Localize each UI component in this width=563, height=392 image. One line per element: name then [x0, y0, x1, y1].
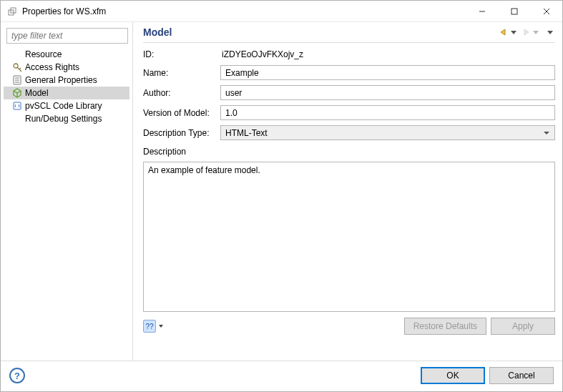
access-rights-icon: [12, 62, 22, 72]
dialog-body: Resource Access Rights General Propertie…: [1, 22, 562, 361]
sidebar-item-run-debug-settings[interactable]: Run/Debug Settings: [4, 112, 129, 125]
chevron-down-icon: [547, 31, 553, 34]
sidebar-item-label: Run/Debug Settings: [25, 114, 102, 124]
apply-button[interactable]: Apply: [491, 318, 555, 335]
sidebar-item-label: Resource: [25, 49, 62, 59]
content-area: Model ID: iZDYEoOJvFKXojv_z Name:: [133, 22, 562, 361]
ok-button[interactable]: OK: [421, 367, 485, 384]
sidebar-item-resource[interactable]: Resource: [4, 48, 129, 61]
window-title: Properties for WS.xfm: [22, 6, 466, 16]
description-type-select[interactable]: HTML-Text: [220, 125, 555, 140]
sidebar-item-label: Access Rights: [25, 62, 79, 72]
id-value: iZDYEoOJvFKXojv_z: [220, 49, 555, 60]
window-corner-icon: [6, 6, 18, 17]
sidebar-item-label: General Properties: [25, 75, 97, 85]
close-button[interactable]: [530, 1, 562, 21]
chevron-down-icon: [159, 325, 163, 328]
description-type-label: Description Type:: [143, 128, 215, 138]
nav-back-button[interactable]: [496, 26, 519, 38]
general-properties-icon: [12, 75, 22, 85]
filter-input[interactable]: [6, 28, 128, 44]
bottom-bar: ? OK Cancel: [1, 361, 562, 391]
properties-dialog: Properties for WS.xfm Resource A: [0, 0, 563, 392]
nav-forward-button[interactable]: [519, 26, 541, 38]
page-title: Model: [143, 26, 496, 38]
name-label: Name:: [143, 68, 215, 78]
svg-rect-3: [511, 9, 517, 14]
help-small-button[interactable]: ??: [143, 320, 156, 333]
chevron-down-icon: [511, 31, 517, 34]
minimize-button[interactable]: [466, 1, 498, 21]
sidebar-item-label: Model: [25, 88, 49, 98]
author-label: Author:: [143, 88, 215, 98]
description-type-value: HTML-Text: [225, 128, 268, 138]
view-menu-button[interactable]: [544, 29, 555, 36]
sidebar-item-model[interactable]: Model: [4, 87, 129, 99]
content-header: Model: [143, 26, 555, 43]
id-label: ID:: [143, 49, 215, 59]
sidebar-item-label: pvSCL Code Library: [25, 101, 102, 111]
description-label: Description: [143, 147, 215, 157]
maximize-button[interactable]: [498, 1, 530, 21]
name-input[interactable]: [220, 65, 555, 80]
version-label: Version of Model:: [143, 108, 215, 118]
restore-defaults-button[interactable]: Restore Defaults: [404, 318, 486, 335]
help-button[interactable]: ?: [9, 368, 25, 383]
content-footer: ?? Restore Defaults Apply: [143, 318, 555, 335]
form-grid: ID: iZDYEoOJvFKXojv_z Name: Author: Vers…: [143, 49, 555, 312]
description-textarea[interactable]: [143, 162, 555, 312]
sidebar-item-general-properties[interactable]: General Properties: [4, 74, 129, 87]
version-input[interactable]: [220, 105, 555, 120]
sidebar-item-access-rights[interactable]: Access Rights: [4, 61, 129, 74]
model-icon: [12, 88, 22, 98]
code-library-icon: [12, 101, 22, 111]
sidebar: Resource Access Rights General Propertie…: [1, 22, 133, 361]
title-bar: Properties for WS.xfm: [1, 1, 562, 22]
cancel-button[interactable]: Cancel: [489, 367, 554, 384]
sidebar-tree: Resource Access Rights General Propertie…: [4, 48, 129, 125]
author-input[interactable]: [220, 85, 555, 100]
sidebar-item-pvscl-code-library[interactable]: pvSCL Code Library: [4, 99, 129, 112]
chevron-down-icon: [533, 31, 539, 34]
